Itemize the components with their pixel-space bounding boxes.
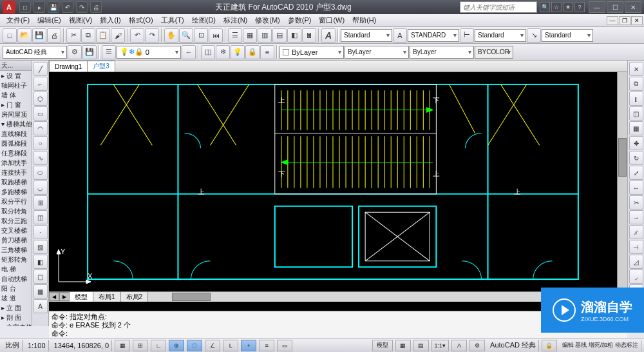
layer-match-button[interactable]: ≡: [260, 45, 274, 59]
toolpalette-button[interactable]: ▥: [258, 28, 272, 43]
array-button[interactable]: ▦: [629, 121, 643, 135]
ortho-toggle[interactable]: ∟: [151, 340, 166, 351]
qat-print-button[interactable]: 🖨: [90, 1, 102, 13]
tarch-tree-item[interactable]: 连接扶手: [0, 168, 32, 177]
mtext-button[interactable]: A: [33, 299, 48, 313]
sheetset-button[interactable]: ▤: [272, 28, 287, 43]
layer-off-button[interactable]: 💡: [231, 45, 245, 59]
scale-value[interactable]: 1:100: [25, 340, 49, 351]
join-button[interactable]: ⊣: [629, 240, 643, 254]
designcenter-button[interactable]: ▦: [243, 28, 257, 43]
layer-freeze-button[interactable]: ❄: [216, 45, 230, 59]
break-button[interactable]: ⫽: [629, 225, 643, 239]
pan-button[interactable]: ✋: [164, 28, 178, 43]
workspace-status-text[interactable]: AutoCAD 经典: [488, 340, 539, 351]
tarch-tree-item[interactable]: 双分转角: [0, 206, 32, 216]
textstyle-combo[interactable]: Standard: [341, 29, 392, 42]
otrack-toggle[interactable]: ∠: [205, 340, 220, 351]
mleader-button[interactable]: ↘: [527, 28, 541, 43]
tarch-tree-item[interactable]: 轴网柱子: [0, 81, 32, 90]
tarch-tree-item[interactable]: 双分平行: [0, 197, 32, 206]
cut-button[interactable]: ✂: [66, 28, 80, 43]
undo-button[interactable]: ↶: [130, 28, 144, 43]
hscroll-thumb[interactable]: [172, 293, 211, 301]
qp-toggle[interactable]: ▭: [277, 340, 292, 351]
workspace-switch-button[interactable]: ⚙: [469, 340, 485, 351]
region-button[interactable]: ▢: [33, 269, 48, 284]
quickview-drawings-button[interactable]: ▤: [413, 340, 429, 351]
table-button[interactable]: ▦: [33, 284, 48, 298]
tarch-tree-item[interactable]: ▸ 设 置: [0, 71, 32, 81]
tablestyle-combo[interactable]: Standard: [475, 29, 526, 42]
maximize-button[interactable]: ☐: [607, 1, 623, 13]
hatch-button[interactable]: ▨: [33, 240, 48, 254]
layout-tab-2[interactable]: 布局2: [121, 292, 149, 302]
help-search-input[interactable]: [460, 1, 537, 13]
command-prompt[interactable]: 命令:: [52, 329, 625, 338]
snap-toggle[interactable]: ▦: [115, 340, 130, 351]
new-button[interactable]: □: [3, 28, 17, 43]
tarch-tree-item[interactable]: 添加扶手: [0, 158, 32, 168]
vertical-scrollbar[interactable]: [617, 72, 627, 291]
erase-button[interactable]: ✕: [629, 62, 643, 76]
rotate-button[interactable]: ↻: [629, 151, 643, 165]
menu-modify[interactable]: 修改(M): [251, 14, 284, 26]
mleader-combo[interactable]: Standard: [542, 29, 593, 42]
tarch-tree-item[interactable]: ▸ 剖 面: [0, 313, 32, 322]
layer-combo[interactable]: 💡❄🔒 0: [117, 46, 181, 59]
qat-open-button[interactable]: ▸: [33, 1, 45, 13]
copy-modify-button[interactable]: ⧉: [629, 77, 643, 91]
block-button[interactable]: ◫: [33, 210, 48, 224]
layer-lock-button[interactable]: 🔒: [245, 45, 260, 59]
close-button[interactable]: ✕: [625, 1, 641, 13]
fillet-button[interactable]: ◞: [629, 269, 643, 284]
menu-file[interactable]: 文件(F): [3, 14, 33, 26]
plotstyle-combo[interactable]: BYCOLOR: [475, 46, 513, 59]
mirror-button[interactable]: ⫿: [629, 92, 643, 106]
tarch-tree-item[interactable]: 矩形转角: [0, 255, 32, 264]
menu-draw[interactable]: 绘图(D): [188, 14, 220, 26]
lineweight-combo[interactable]: ByLayer: [410, 46, 474, 59]
hscroll-left-arrow-icon[interactable]: ◀: [49, 292, 59, 301]
spline-button[interactable]: ∿: [33, 151, 48, 165]
tarch-tree-item[interactable]: ▾ 楼梯其他: [0, 119, 32, 129]
calc-button[interactable]: 🖩: [302, 28, 316, 43]
copy-button[interactable]: ⧉: [81, 28, 95, 43]
menu-edit[interactable]: 编辑(E): [33, 14, 65, 26]
tarch-tree-item[interactable]: ▸ 文字表格: [0, 322, 32, 326]
dimstyle-combo[interactable]: STANDARD: [408, 29, 459, 42]
paste-button[interactable]: 📋: [96, 28, 110, 43]
text-a-icon[interactable]: A: [321, 28, 336, 43]
qat-redo-button[interactable]: ↷: [76, 1, 88, 13]
insert-button[interactable]: ⊞: [33, 195, 48, 210]
tarch-tree-item[interactable]: 双分三跑: [0, 216, 32, 226]
plot-button[interactable]: 🖨: [47, 28, 61, 43]
drawing-tab-1[interactable]: 户型3: [87, 61, 115, 72]
search-button[interactable]: 🔍: [540, 2, 550, 12]
tarch-panel-title[interactable]: 天...: [0, 61, 32, 71]
layer-manager-button[interactable]: ☰: [102, 45, 116, 59]
help-icon[interactable]: ?: [574, 2, 585, 12]
open-button[interactable]: 📂: [17, 28, 32, 43]
minimize-button[interactable]: —: [589, 1, 605, 13]
ellipse-arc-button[interactable]: ◡: [33, 181, 48, 195]
tarch-tree-item[interactable]: 阳 台: [0, 284, 32, 293]
workspace-combo[interactable]: AutoCAD 经典: [3, 46, 67, 59]
tarch-tree-item[interactable]: 电 梯: [0, 264, 32, 274]
zoom-prev-button[interactable]: ⏮: [209, 28, 223, 43]
workspace-save-button[interactable]: 💾: [82, 45, 97, 59]
polar-toggle[interactable]: ⊕: [169, 340, 184, 351]
tarch-tree-item[interactable]: 自动扶梯: [0, 274, 32, 284]
scale-button[interactable]: ⤢: [629, 166, 643, 180]
vscroll-thumb[interactable]: [618, 138, 627, 177]
ellipse-button[interactable]: ⬭: [33, 166, 48, 180]
layout-tab-1[interactable]: 布局1: [93, 292, 121, 302]
menu-insert[interactable]: 插入(I): [96, 14, 124, 26]
tarch-tree-item[interactable]: 圆弧梯段: [0, 139, 32, 148]
tarch-tree-item[interactable]: 墙 体: [0, 90, 32, 100]
tarch-tree-item[interactable]: 三角楼梯: [0, 245, 32, 255]
layer-iso-button[interactable]: ◫: [201, 45, 215, 59]
mdi-restore-button[interactable]: ❐: [619, 16, 630, 25]
comm-center-icon[interactable]: ☆: [551, 2, 562, 12]
trim-button[interactable]: ✂: [629, 195, 643, 210]
